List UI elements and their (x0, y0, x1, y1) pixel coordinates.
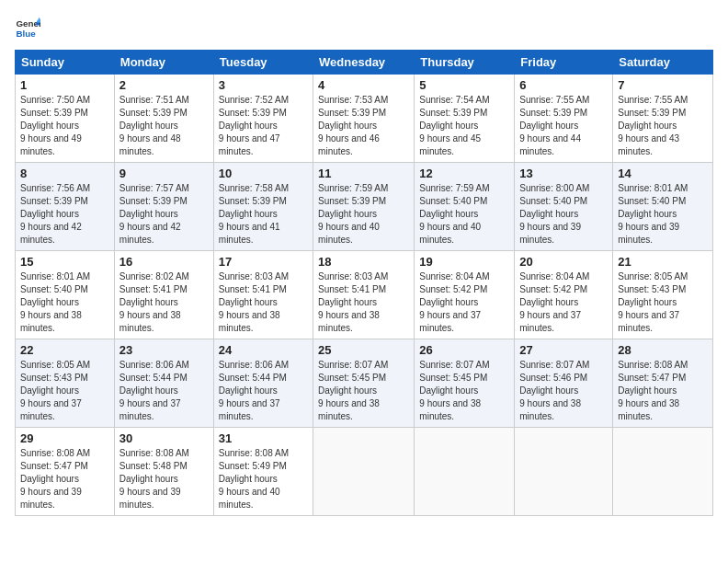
day-number: 17 (219, 255, 308, 269)
day-info: Sunrise: 7:59 AMSunset: 5:40 PMDaylight … (419, 182, 509, 247)
calendar-cell: 17Sunrise: 8:03 AMSunset: 5:41 PMDayligh… (213, 251, 313, 339)
day-number: 23 (119, 343, 209, 357)
calendar-cell (415, 428, 515, 516)
calendar-cell: 22Sunrise: 8:05 AMSunset: 5:43 PMDayligh… (16, 339, 115, 428)
calendar-cell: 12Sunrise: 7:59 AMSunset: 5:40 PMDayligh… (415, 163, 515, 251)
day-info: Sunrise: 7:55 AMSunset: 5:39 PMDaylight … (618, 94, 708, 158)
calendar-week-row: 29Sunrise: 8:08 AMSunset: 5:47 PMDayligh… (16, 428, 713, 516)
day-number: 25 (318, 343, 409, 357)
weekday-header-saturday: Saturday (613, 51, 713, 75)
calendar-table: SundayMondayTuesdayWednesdayThursdayFrid… (15, 50, 713, 516)
day-info: Sunrise: 8:08 AMSunset: 5:47 PMDaylight … (618, 359, 708, 423)
day-number: 2 (119, 78, 209, 92)
calendar-cell: 15Sunrise: 8:01 AMSunset: 5:40 PMDayligh… (16, 251, 115, 339)
day-number: 18 (318, 255, 409, 269)
calendar-cell: 24Sunrise: 8:06 AMSunset: 5:44 PMDayligh… (213, 339, 313, 428)
calendar-cell: 7Sunrise: 7:55 AMSunset: 5:39 PMDaylight… (613, 75, 713, 163)
calendar-cell: 8Sunrise: 7:56 AMSunset: 5:39 PMDaylight… (16, 163, 115, 251)
calendar-week-row: 22Sunrise: 8:05 AMSunset: 5:43 PMDayligh… (16, 339, 713, 428)
day-info: Sunrise: 8:00 AMSunset: 5:40 PMDaylight … (519, 182, 608, 247)
calendar-cell: 13Sunrise: 8:00 AMSunset: 5:40 PMDayligh… (515, 163, 613, 251)
weekday-header-thursday: Thursday (415, 51, 515, 75)
day-info: Sunrise: 8:08 AMSunset: 5:48 PMDaylight … (119, 447, 209, 511)
day-number: 12 (419, 167, 509, 180)
calendar-cell: 21Sunrise: 8:05 AMSunset: 5:43 PMDayligh… (613, 251, 713, 339)
calendar-cell: 11Sunrise: 7:59 AMSunset: 5:39 PMDayligh… (313, 163, 415, 251)
calendar-cell: 3Sunrise: 7:52 AMSunset: 5:39 PMDaylight… (213, 75, 313, 163)
day-info: Sunrise: 8:04 AMSunset: 5:42 PMDaylight … (519, 270, 608, 335)
day-info: Sunrise: 7:58 AMSunset: 5:39 PMDaylight … (219, 182, 308, 247)
day-info: Sunrise: 8:05 AMSunset: 5:43 PMDaylight … (20, 359, 109, 423)
calendar-cell: 28Sunrise: 8:08 AMSunset: 5:47 PMDayligh… (613, 339, 713, 428)
calendar-cell: 10Sunrise: 7:58 AMSunset: 5:39 PMDayligh… (213, 163, 313, 251)
day-info: Sunrise: 8:01 AMSunset: 5:40 PMDaylight … (20, 270, 109, 335)
calendar-cell: 14Sunrise: 8:01 AMSunset: 5:40 PMDayligh… (613, 163, 713, 251)
calendar-cell: 20Sunrise: 8:04 AMSunset: 5:42 PMDayligh… (515, 251, 613, 339)
day-info: Sunrise: 8:06 AMSunset: 5:44 PMDaylight … (119, 359, 209, 423)
day-info: Sunrise: 8:03 AMSunset: 5:41 PMDaylight … (219, 270, 308, 335)
day-info: Sunrise: 7:54 AMSunset: 5:39 PMDaylight … (419, 94, 509, 158)
day-number: 7 (618, 78, 708, 92)
calendar-cell (313, 428, 415, 516)
day-number: 14 (618, 167, 708, 180)
day-info: Sunrise: 8:07 AMSunset: 5:45 PMDaylight … (318, 359, 409, 423)
day-number: 20 (519, 255, 608, 269)
calendar-cell: 16Sunrise: 8:02 AMSunset: 5:41 PMDayligh… (114, 251, 213, 339)
day-info: Sunrise: 8:02 AMSunset: 5:41 PMDaylight … (119, 270, 209, 335)
day-number: 31 (219, 431, 308, 445)
day-info: Sunrise: 8:03 AMSunset: 5:41 PMDaylight … (318, 270, 409, 335)
day-number: 21 (618, 255, 708, 269)
day-info: Sunrise: 8:04 AMSunset: 5:42 PMDaylight … (419, 270, 509, 335)
calendar-cell: 29Sunrise: 8:08 AMSunset: 5:47 PMDayligh… (16, 428, 115, 516)
day-number: 4 (318, 78, 409, 92)
calendar-cell: 4Sunrise: 7:53 AMSunset: 5:39 PMDaylight… (313, 75, 415, 163)
calendar-cell: 30Sunrise: 8:08 AMSunset: 5:48 PMDayligh… (114, 428, 213, 516)
day-number: 16 (119, 255, 209, 269)
day-number: 11 (318, 167, 409, 180)
calendar-cell: 27Sunrise: 8:07 AMSunset: 5:46 PMDayligh… (515, 339, 613, 428)
day-info: Sunrise: 7:51 AMSunset: 5:39 PMDaylight … (119, 94, 209, 158)
calendar-week-row: 15Sunrise: 8:01 AMSunset: 5:40 PMDayligh… (16, 251, 713, 339)
calendar-cell: 23Sunrise: 8:06 AMSunset: 5:44 PMDayligh… (114, 339, 213, 428)
calendar-cell: 18Sunrise: 8:03 AMSunset: 5:41 PMDayligh… (313, 251, 415, 339)
day-number: 27 (519, 343, 608, 357)
calendar-cell: 1Sunrise: 7:50 AMSunset: 5:39 PMDaylight… (16, 75, 115, 163)
logo-icon: General Blue (15, 15, 40, 40)
day-number: 13 (519, 167, 608, 180)
day-info: Sunrise: 7:53 AMSunset: 5:39 PMDaylight … (318, 94, 409, 158)
day-number: 9 (119, 167, 209, 180)
day-number: 22 (20, 343, 109, 357)
calendar-cell: 19Sunrise: 8:04 AMSunset: 5:42 PMDayligh… (415, 251, 515, 339)
calendar-cell: 9Sunrise: 7:57 AMSunset: 5:39 PMDaylight… (114, 163, 213, 251)
calendar-cell: 25Sunrise: 8:07 AMSunset: 5:45 PMDayligh… (313, 339, 415, 428)
day-info: Sunrise: 8:01 AMSunset: 5:40 PMDaylight … (618, 182, 708, 247)
day-number: 26 (419, 343, 509, 357)
day-number: 5 (419, 78, 509, 92)
page: General Blue SundayMondayTuesdayWednesda… (0, 0, 728, 563)
calendar-cell (515, 428, 613, 516)
day-number: 6 (519, 78, 608, 92)
weekday-header-row: SundayMondayTuesdayWednesdayThursdayFrid… (16, 51, 713, 75)
weekday-header-friday: Friday (515, 51, 613, 75)
day-number: 10 (219, 167, 308, 180)
day-info: Sunrise: 7:50 AMSunset: 5:39 PMDaylight … (20, 94, 109, 158)
day-number: 28 (618, 343, 708, 357)
calendar-cell: 5Sunrise: 7:54 AMSunset: 5:39 PMDaylight… (415, 75, 515, 163)
weekday-header-sunday: Sunday (16, 51, 115, 75)
day-number: 29 (20, 431, 109, 445)
day-number: 15 (20, 255, 109, 269)
day-info: Sunrise: 8:06 AMSunset: 5:44 PMDaylight … (219, 359, 308, 423)
header: General Blue (15, 15, 713, 40)
day-number: 8 (20, 167, 109, 180)
weekday-header-wednesday: Wednesday (313, 51, 415, 75)
day-info: Sunrise: 7:59 AMSunset: 5:39 PMDaylight … (318, 182, 409, 247)
day-info: Sunrise: 7:55 AMSunset: 5:39 PMDaylight … (519, 94, 608, 158)
day-number: 24 (219, 343, 308, 357)
day-info: Sunrise: 8:08 AMSunset: 5:49 PMDaylight … (219, 447, 308, 511)
calendar-week-row: 8Sunrise: 7:56 AMSunset: 5:39 PMDaylight… (16, 163, 713, 251)
day-info: Sunrise: 8:07 AMSunset: 5:45 PMDaylight … (419, 359, 509, 423)
day-info: Sunrise: 8:05 AMSunset: 5:43 PMDaylight … (618, 270, 708, 335)
calendar-cell: 31Sunrise: 8:08 AMSunset: 5:49 PMDayligh… (213, 428, 313, 516)
weekday-header-monday: Monday (114, 51, 213, 75)
day-info: Sunrise: 7:52 AMSunset: 5:39 PMDaylight … (219, 94, 308, 158)
